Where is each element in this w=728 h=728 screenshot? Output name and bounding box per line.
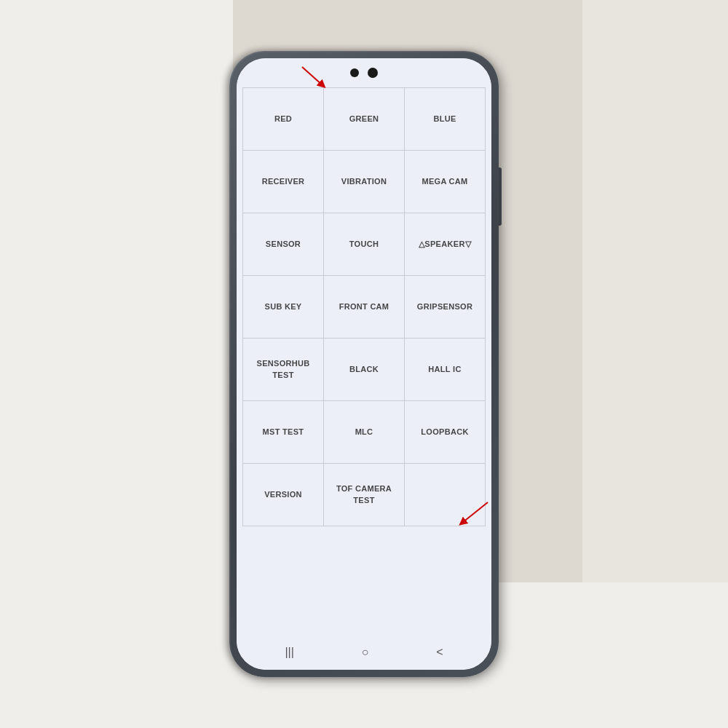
- grid-cell-blue[interactable]: BLUE: [405, 88, 485, 150]
- cell-label-front-cam: FRONT CAM: [339, 301, 389, 312]
- grid-cell-speaker[interactable]: △SPEAKER▽: [405, 213, 485, 275]
- cell-label-mst-test: MST TEST: [263, 427, 304, 438]
- svg-line-1: [302, 67, 323, 85]
- grid-cell-mlc[interactable]: MLC: [324, 401, 404, 463]
- grid-cell-touch[interactable]: TOUCH: [324, 213, 404, 275]
- cell-label-gripsensor: GRIPSENSOR: [417, 301, 472, 312]
- home-button[interactable]: ○: [353, 641, 378, 663]
- cell-label-sensorhub-test: SENSORHUB TEST: [248, 358, 319, 381]
- cell-label-version: VERSION: [264, 489, 302, 500]
- grid-cell-mst-test[interactable]: MST TEST: [243, 401, 323, 463]
- grid-cell-front-cam[interactable]: FRONT CAM: [324, 276, 404, 338]
- cell-label-touch: TOUCH: [349, 239, 379, 250]
- grid-cell-receiver[interactable]: RECEIVER: [243, 151, 323, 213]
- grid-cell-empty[interactable]: [405, 464, 485, 526]
- cell-label-receiver: RECEIVER: [262, 176, 305, 187]
- grid-cell-red[interactable]: RED: [243, 88, 323, 150]
- front-camera-dot: [350, 68, 359, 77]
- cell-label-mlc: MLC: [355, 427, 373, 438]
- cell-label-speaker: △SPEAKER▽: [419, 239, 471, 250]
- grid-cell-gripsensor[interactable]: GRIPSENSOR: [405, 276, 485, 338]
- grid-cell-vibration[interactable]: VIBRATION: [324, 151, 404, 213]
- cell-label-sub-key: SUB KEY: [265, 301, 302, 312]
- grid-cell-black[interactable]: BLACK: [324, 339, 404, 400]
- scene: REDGREENBLUERECEIVERVIBRATIONMEGA CAMSEN…: [0, 0, 728, 728]
- grid-cell-green[interactable]: GREEN: [324, 88, 404, 150]
- cell-label-hall-ic: HALL IC: [428, 364, 461, 375]
- top-bar: [237, 58, 491, 87]
- phone-shell: REDGREENBLUERECEIVERVIBRATIONMEGA CAMSEN…: [229, 51, 499, 677]
- phone-inner: REDGREENBLUERECEIVERVIBRATIONMEGA CAMSEN…: [237, 58, 491, 670]
- phone: REDGREENBLUERECEIVERVIBRATIONMEGA CAMSEN…: [229, 51, 499, 677]
- screen: REDGREENBLUERECEIVERVIBRATIONMEGA CAMSEN…: [237, 58, 491, 670]
- nav-bar: ||| ○ <: [237, 635, 491, 670]
- cell-label-blue: BLUE: [433, 114, 456, 124]
- grid-cell-sensor[interactable]: SENSOR: [243, 213, 323, 275]
- grid-content: REDGREENBLUERECEIVERVIBRATIONMEGA CAMSEN…: [237, 87, 491, 635]
- cell-label-black: BLACK: [349, 364, 379, 375]
- cell-label-tof-camera-test: TOF CAMERA TEST: [328, 483, 400, 506]
- sensor-dot: [368, 68, 378, 78]
- grid-cell-loopback[interactable]: LOOPBACK: [405, 401, 485, 463]
- back-button[interactable]: <: [427, 641, 451, 663]
- recent-apps-button[interactable]: |||: [276, 641, 302, 663]
- test-grid: REDGREENBLUERECEIVERVIBRATIONMEGA CAMSEN…: [242, 87, 486, 526]
- grid-cell-tof-camera-test[interactable]: TOF CAMERA TEST: [324, 464, 404, 526]
- grid-cell-mega-cam[interactable]: MEGA CAM: [405, 151, 485, 213]
- cell-label-red: RED: [274, 114, 292, 124]
- cell-label-sensor: SENSOR: [266, 239, 301, 250]
- cell-label-mega-cam: MEGA CAM: [422, 176, 467, 187]
- cell-label-green: GREEN: [349, 114, 379, 124]
- cell-label-loopback: LOOPBACK: [421, 427, 468, 438]
- grid-cell-sub-key[interactable]: SUB KEY: [243, 276, 323, 338]
- grid-cell-sensorhub-test[interactable]: SENSORHUB TEST: [243, 339, 323, 400]
- cell-label-vibration: VIBRATION: [341, 176, 387, 187]
- grid-cell-version[interactable]: VERSION: [243, 464, 323, 526]
- grid-cell-hall-ic[interactable]: HALL IC: [405, 339, 485, 400]
